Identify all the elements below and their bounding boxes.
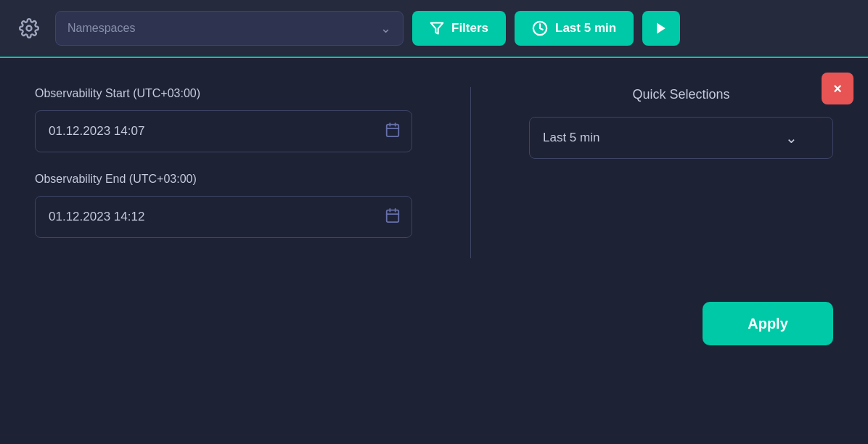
time-label: Last 5 min bbox=[555, 21, 616, 36]
time-range-button[interactable]: Last 5 min bbox=[515, 11, 634, 46]
date-inputs-section: Observability Start (UTC+03:00) Observab… bbox=[35, 87, 412, 258]
start-date-wrapper bbox=[35, 110, 412, 152]
chevron-down-icon: ⌄ bbox=[380, 20, 391, 36]
svg-marker-1 bbox=[431, 23, 443, 34]
namespace-dropdown[interactable]: Namespaces ⌄ bbox=[55, 11, 404, 46]
apply-label: Apply bbox=[748, 316, 788, 332]
svg-marker-3 bbox=[657, 23, 666, 34]
end-date-input[interactable] bbox=[35, 196, 412, 238]
apply-button-wrapper: Apply bbox=[0, 287, 868, 374]
namespace-label: Namespaces bbox=[67, 22, 135, 35]
chevron-down-icon-quick: ⌄ bbox=[785, 129, 798, 147]
start-date-label: Observability Start (UTC+03:00) bbox=[35, 87, 412, 100]
main-content: × Observability Start (UTC+03:00) Observ… bbox=[0, 58, 868, 374]
quick-select-dropdown[interactable]: Last 5 min ⌄ bbox=[529, 117, 833, 159]
filters-button[interactable]: Filters bbox=[412, 11, 506, 46]
svg-point-0 bbox=[27, 26, 32, 31]
filter-panel: Observability Start (UTC+03:00) Observab… bbox=[0, 58, 868, 287]
gear-icon bbox=[19, 18, 39, 38]
vertical-divider bbox=[470, 87, 471, 258]
play-button[interactable] bbox=[642, 11, 680, 46]
close-button[interactable]: × bbox=[822, 73, 853, 104]
play-icon bbox=[654, 21, 668, 36]
toolbar: Namespaces ⌄ Filters Last 5 min bbox=[0, 0, 868, 58]
quick-select-value: Last 5 min bbox=[543, 131, 599, 145]
close-icon: × bbox=[833, 81, 842, 97]
settings-button[interactable] bbox=[12, 11, 46, 46]
end-date-wrapper bbox=[35, 196, 412, 238]
quick-selections-section: Quick Selections Last 5 min ⌄ bbox=[529, 87, 833, 258]
filter-icon bbox=[430, 21, 444, 36]
start-date-input[interactable] bbox=[35, 110, 412, 152]
filters-label: Filters bbox=[451, 21, 488, 36]
quick-selections-title: Quick Selections bbox=[529, 87, 833, 102]
quick-select-wrapper: Last 5 min ⌄ bbox=[529, 117, 833, 159]
end-date-label: Observability End (UTC+03:00) bbox=[35, 173, 412, 186]
clock-icon bbox=[532, 20, 548, 36]
apply-button[interactable]: Apply bbox=[703, 302, 833, 345]
